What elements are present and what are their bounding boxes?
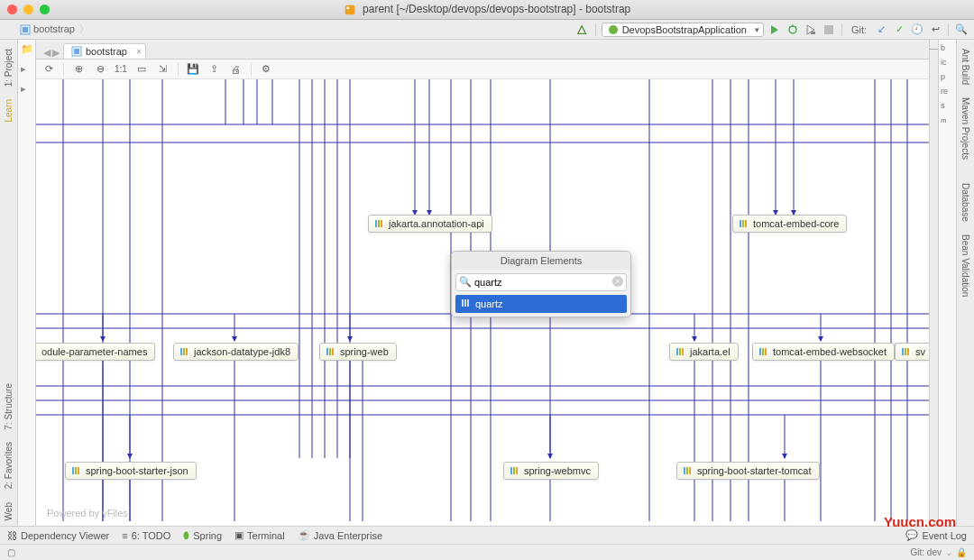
stop-button[interactable] [822,23,836,37]
node-tomcat-core[interactable]: tomcat-embed-core [732,215,847,233]
tab-structure[interactable]: 7: Structure [2,378,15,436]
save-icon[interactable]: 💾 [186,62,200,77]
node-spring-webmvc[interactable]: spring-webmvc [503,462,599,480]
zoom-in-icon[interactable]: ⊕ [71,62,86,77]
status-menu-icon[interactable]: ▢ [7,547,15,557]
git-branch-status[interactable]: Git: dev [911,547,942,557]
node-starter-json[interactable]: spring-boot-starter-json [65,462,197,480]
svg-rect-78 [679,348,681,355]
svg-rect-90 [513,467,515,474]
node-jackson-jdk8[interactable]: jackson-datatype-jdk8 [173,343,299,361]
diagram-toolbar: ⟳ ⊕ ⊖ 1:1 ▭ ⇲ 💾 ⇪ 🖨 ⚙ [36,60,929,79]
run-button[interactable] [767,23,782,37]
tree-icon[interactable]: ▸ [21,63,33,76]
tab-favorites[interactable]: 2: Favorites [2,436,15,494]
tab-learn[interactable]: Learn [2,94,15,128]
node-module-parameter-names[interactable]: odule-parameter-names [36,343,155,361]
minimize-icon[interactable] [23,5,33,14]
lib-icon [510,465,520,476]
node-spring-web[interactable]: spring-web [319,343,397,361]
mini-item[interactable]: ic [939,58,956,67]
coverage-button[interactable] [804,23,818,37]
close-tab-icon[interactable]: × [136,47,142,57]
java-ee-icon: ☕ [298,529,310,541]
mini-item[interactable]: p [939,72,956,81]
maximize-icon[interactable] [40,5,50,14]
git-history-icon[interactable]: 🕘 [910,23,924,37]
clear-icon[interactable]: × [612,276,623,287]
lock-icon[interactable]: 🔒 [956,547,967,557]
svg-rect-80 [759,348,761,355]
refresh-icon[interactable]: ⟳ [41,62,56,77]
fit-icon[interactable]: ▭ [134,62,149,77]
run-config-selector[interactable]: DevopsBootstrapApplication [602,23,764,37]
node-partial-right[interactable]: sv [895,343,929,361]
tree-icon-2[interactable]: ▸ [21,83,33,96]
collapse-icon: — [930,43,939,53]
nav-back-icon[interactable]: ◀ [43,47,51,59]
diagram-canvas[interactable]: jakarta.annotation-api tomcat-embed-core… [36,79,929,526]
svg-rect-10 [824,25,833,34]
title-bar: parent [~/Desktop/devops/devops-bootstra… [0,0,974,20]
tab-database[interactable]: Database [959,178,972,227]
export-icon[interactable]: ⇪ [207,62,222,77]
node-jakarta-el[interactable]: jakarta.el [669,343,739,361]
svg-rect-88 [78,467,79,474]
window-controls [7,5,50,14]
svg-rect-81 [762,348,764,355]
mini-item[interactable]: b [939,43,956,52]
zoom-out-icon[interactable]: ⊖ [93,62,107,77]
search-result-quartz[interactable]: quartz [455,295,627,313]
tab-web[interactable]: Web [2,497,15,526]
node-jakarta-annotation[interactable]: jakarta.annotation-api [368,215,492,233]
tab-java-ee[interactable]: ☕Java Enterprise [298,529,382,541]
svg-rect-85 [907,348,909,355]
svg-rect-1 [346,6,349,9]
git-update-icon[interactable]: ↙ [874,23,888,37]
nav-fwd-icon[interactable]: ▶ [52,47,60,59]
node-starter-tomcat[interactable]: spring-boot-starter-tomcat [676,462,820,480]
git-commit-icon[interactable]: ✓ [892,23,906,37]
search-input[interactable] [455,273,627,291]
tab-dependency-viewer[interactable]: ⛓Dependency Viewer [7,530,109,541]
layout-icon[interactable]: ⇲ [156,62,170,77]
mini-item[interactable]: s [939,101,956,110]
tab-bean-validation[interactable]: Bean Validation [959,229,972,302]
svg-rect-97 [467,299,469,307]
build-icon[interactable] [575,23,590,37]
breadcrumb[interactable]: bootstrap 〉 [5,23,572,36]
right-tool-tabs: Ant Build Maven Projects Database Bean V… [956,40,974,526]
git-label: Git: [851,24,867,35]
tab-ant-build[interactable]: Ant Build [959,43,972,90]
search-icon[interactable]: 🔍 [954,23,969,37]
tab-event-log[interactable]: 💬Event Log [905,529,967,541]
print-icon[interactable]: 🖨 [229,62,244,77]
editor-tab-bootstrap[interactable]: bootstrap × [63,43,146,59]
tab-spring[interactable]: ⬮Spring [183,529,222,541]
debug-button[interactable] [786,23,800,37]
zoom-reset-button[interactable]: 1:1 [115,62,127,77]
mini-item[interactable]: re [939,87,956,96]
settings-icon[interactable]: ⚙ [259,62,273,77]
right-collapse-handle[interactable]: — [929,40,938,526]
svg-rect-68 [740,220,741,227]
svg-rect-70 [745,220,747,227]
diagram-elements-popup: Diagram Elements 🔍 × quartz [451,251,631,317]
git-revert-icon[interactable]: ↩ [928,23,942,37]
lib-icon [374,218,385,229]
node-tomcat-websocket[interactable]: tomcat-embed-websocket [752,343,895,361]
svg-rect-74 [326,348,328,355]
tab-project[interactable]: 1: Project [2,43,15,92]
tab-maven[interactable]: Maven Projects [959,92,972,165]
terminal-icon: ▣ [234,529,244,541]
svg-rect-89 [510,467,512,474]
svg-rect-87 [75,467,77,474]
lib-icon [71,465,82,476]
main-toolbar: bootstrap 〉 DevopsBootstrapApplication G… [0,20,974,40]
collapse-icon[interactable]: 📁 [21,43,33,56]
svg-rect-69 [742,220,744,227]
tab-terminal[interactable]: ▣Terminal [234,529,285,541]
tab-todo[interactable]: ≡6: TODO [122,530,170,541]
close-icon[interactable] [7,5,17,14]
maven-icon[interactable]: m [939,115,956,124]
